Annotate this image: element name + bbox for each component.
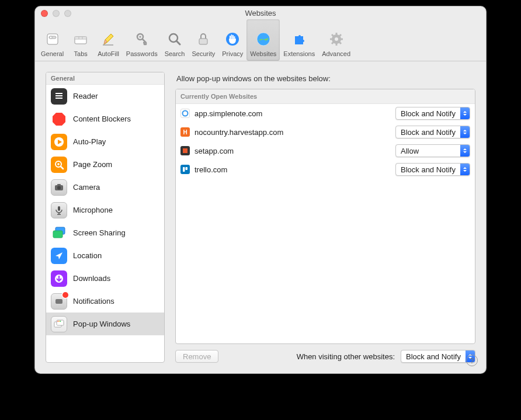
site-domain: nocountry.harvestapp.com (194, 128, 391, 137)
sidebar-item-notifications[interactable]: Notifications (46, 290, 164, 313)
svg-line-27 (339, 34, 341, 36)
tab-label: Extensions (283, 50, 315, 57)
tab-label: AutoFill (98, 50, 119, 57)
panel-heading: Allow pop-up windows on the websites bel… (176, 74, 475, 83)
default-policy-select[interactable]: Block and Notify (401, 350, 475, 363)
zoom-icon (51, 157, 67, 173)
website-row[interactable]: setapp.com Allow (176, 141, 475, 160)
svg-line-24 (332, 34, 334, 36)
website-row[interactable]: H nocountry.harvestapp.com Block and Not… (176, 123, 475, 141)
sidebar-item-label: Downloads (73, 274, 110, 283)
tabs-icon (72, 30, 89, 48)
window-title: Websites (40, 9, 481, 18)
svg-rect-49 (55, 299, 62, 304)
categories-sidebar: General Reader Content Blockers Auto-Pla… (46, 72, 165, 363)
sidebar-item-screen-sharing[interactable]: Screen Sharing (46, 221, 164, 244)
tab-label: Websites (250, 50, 276, 57)
list-section-header: Currently Open Websites (176, 89, 475, 104)
sidebar-item-location[interactable]: Location (46, 244, 164, 267)
stop-icon (51, 111, 67, 127)
play-icon (51, 134, 67, 150)
tab-label: Search (165, 50, 185, 57)
reader-icon (51, 88, 67, 105)
microphone-icon (51, 202, 67, 218)
globe-icon (255, 30, 272, 48)
website-row[interactable]: app.simplenote.com Block and Notify (176, 104, 475, 123)
titlebar: Websites (35, 6, 486, 19)
sidebar-item-page-zoom[interactable]: Page Zoom (46, 153, 164, 176)
sidebar-item-camera[interactable]: Camera (46, 176, 164, 199)
preferences-toolbar: General Tabs AutoFill Passwords Search (35, 19, 486, 61)
tab-passwords[interactable]: Passwords (123, 19, 161, 61)
tab-label: Passwords (126, 50, 158, 57)
preferences-window: Websites General Tabs AutoFill Passwords (34, 6, 487, 374)
svg-point-11 (139, 36, 141, 37)
help-button[interactable]: ? (466, 355, 478, 366)
sidebar-item-content-blockers[interactable]: Content Blockers (46, 107, 164, 130)
svg-point-53 (58, 321, 60, 322)
tab-websites[interactable]: Websites (246, 19, 280, 61)
key-icon (133, 30, 151, 48)
svg-point-2 (49, 36, 51, 39)
stepper-icon (460, 107, 470, 119)
zoom-window-button[interactable] (64, 10, 71, 17)
sidebar-item-reader[interactable]: Reader (46, 85, 164, 107)
sidebar-item-downloads[interactable]: Downloads (46, 267, 164, 290)
tab-autofill[interactable]: AutoFill (94, 19, 123, 61)
location-icon (51, 248, 67, 264)
svg-marker-46 (55, 252, 62, 259)
sidebar-item-auto-play[interactable]: Auto-Play (46, 130, 164, 153)
sidebar-item-label: Camera (73, 183, 100, 192)
sidebar-item-label: Reader (73, 92, 98, 100)
tab-general[interactable]: General (37, 19, 67, 61)
site-favicon: H (180, 127, 190, 137)
sidebar-section-header: General (46, 72, 164, 85)
main-panel: Allow pop-up windows on the websites bel… (175, 72, 475, 363)
traffic-lights (41, 10, 71, 17)
stepper-icon (460, 145, 470, 157)
website-row[interactable]: trello.com Block and Notify (176, 160, 475, 179)
svg-point-39 (57, 186, 61, 189)
tab-label: Advanced (322, 50, 350, 57)
sidebar-item-label: Auto-Play (73, 137, 106, 146)
hand-icon (224, 30, 241, 48)
svg-point-55 (183, 111, 188, 116)
puzzle-icon (290, 30, 308, 48)
svg-point-52 (57, 321, 58, 322)
minimize-window-button[interactable] (53, 10, 60, 17)
other-websites-label: When visiting other websites: (297, 352, 395, 361)
svg-line-13 (176, 41, 180, 44)
svg-marker-31 (53, 113, 65, 126)
site-domain: app.simplenote.com (194, 109, 391, 118)
svg-rect-0 (47, 34, 58, 44)
tab-privacy[interactable]: Privacy (218, 19, 246, 61)
policy-select[interactable]: Block and Notify (395, 163, 470, 176)
sidebar-item-label: Location (73, 251, 102, 260)
tab-label: Security (192, 50, 215, 57)
pencil-icon (99, 30, 117, 48)
close-window-button[interactable] (41, 10, 48, 17)
svg-point-54 (60, 321, 61, 322)
tab-extensions[interactable]: Extensions (280, 19, 318, 61)
policy-select[interactable]: Block and Notify (395, 107, 470, 120)
tab-security[interactable]: Security (188, 19, 218, 61)
svg-rect-41 (58, 206, 60, 211)
sidebar-item-label: Screen Sharing (73, 228, 126, 237)
sidebar-item-label: Content Blockers (73, 114, 131, 123)
svg-rect-56 (183, 148, 187, 153)
svg-rect-40 (57, 184, 61, 186)
tab-search[interactable]: Search (161, 19, 189, 61)
tab-tabs[interactable]: Tabs (67, 19, 94, 61)
remove-button[interactable]: Remove (175, 350, 218, 363)
policy-select[interactable]: Allow (395, 144, 470, 157)
tab-advanced[interactable]: Advanced (318, 19, 354, 61)
site-domain: setapp.com (194, 147, 391, 155)
tab-label: Tabs (74, 50, 88, 57)
svg-point-19 (335, 37, 338, 41)
tab-label: Privacy (222, 50, 243, 57)
sidebar-item-popup-windows[interactable]: Pop-up Windows (46, 313, 164, 335)
sidebar-item-label: Notifications (73, 297, 114, 306)
sidebar-item-microphone[interactable]: Microphone (46, 199, 164, 221)
svg-line-35 (61, 166, 63, 169)
policy-select[interactable]: Block and Notify (395, 126, 470, 138)
